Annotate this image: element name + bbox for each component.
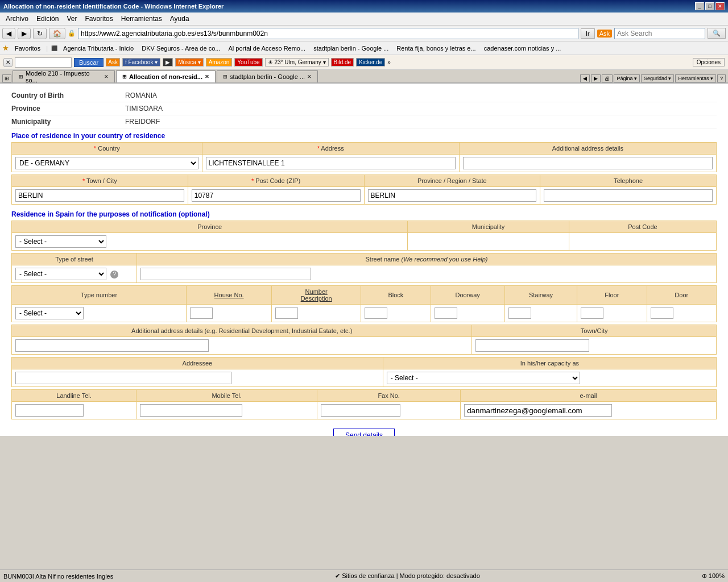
buscar-button[interactable]: Buscar [74, 58, 104, 67]
help-icon[interactable]: ? [110, 271, 118, 278]
facebook-btn[interactable]: f Facebook ▾ [122, 58, 160, 66]
fav-favoritos[interactable]: Favoritos [13, 44, 43, 52]
tab-close-3[interactable]: ✕ [307, 74, 312, 80]
street-name-input[interactable] [140, 268, 311, 280]
doorway-input[interactable] [435, 307, 457, 319]
search-field[interactable] [15, 57, 72, 68]
more-btn[interactable]: » [387, 59, 391, 65]
help-toolbar-button[interactable]: ? [717, 74, 726, 82]
fav-cadena[interactable]: cadenaser.com noticias y ... [482, 44, 564, 52]
play-btn[interactable]: ▶ [163, 58, 173, 66]
street-type-select[interactable]: - Select - [15, 268, 106, 280]
fax-input[interactable] [321, 404, 400, 417]
spain-municipality-cell [408, 233, 569, 251]
minimize-button[interactable]: _ [695, 2, 704, 10]
type-number-select[interactable]: - Select - [15, 307, 84, 319]
number-desc-header: NumberDescription [272, 286, 361, 305]
menu-ayuda[interactable]: Ayuda [167, 14, 193, 24]
bild-btn[interactable]: Bild.de [331, 58, 354, 66]
tab-icon-3: ⊞ [223, 74, 228, 80]
weather-btn[interactable]: ☀ 23° Ulm, Germany ▾ [265, 58, 329, 66]
amazon-btn[interactable]: Amazon [206, 58, 233, 66]
tools-button[interactable]: Herramientas ▾ [675, 74, 716, 82]
home-button[interactable]: 🏠 [49, 28, 65, 39]
kicker-btn[interactable]: Kicker.de [356, 58, 385, 66]
spain-province-select[interactable]: - Select - [15, 235, 106, 248]
landline-input[interactable] [15, 404, 84, 417]
door-input[interactable] [651, 307, 673, 319]
country-of-birth-label: Country of Birth [11, 92, 125, 99]
floor-input[interactable] [581, 307, 603, 319]
page-button[interactable]: Página ▾ [614, 74, 640, 82]
postcode-input[interactable] [192, 189, 361, 202]
additional-address-input[interactable] [463, 157, 713, 169]
number-desc-input[interactable] [275, 307, 298, 319]
search-go-button[interactable]: 🔍 [708, 28, 726, 39]
fax-cell [317, 402, 461, 419]
telephone-input[interactable] [544, 189, 713, 202]
additional-details-input[interactable] [15, 339, 209, 352]
window-controls[interactable]: _ □ ✕ [695, 2, 725, 10]
additional-address-cell [459, 155, 716, 172]
town-city-input[interactable] [475, 339, 589, 352]
spain-postcode-header: Post Code [569, 221, 716, 233]
mobile-input[interactable] [140, 404, 242, 417]
title-bar: Allocation of non-resident Identificatio… [0, 0, 728, 13]
street-name-header: Street name (We recommend you use Help) [137, 253, 717, 265]
province-region-input[interactable] [368, 189, 537, 202]
close-button[interactable]: ✕ [715, 2, 725, 10]
new-tab-button[interactable]: ⊞ [2, 74, 11, 82]
maximize-button[interactable]: □ [705, 2, 714, 10]
musica-btn[interactable]: Música ▾ [175, 58, 203, 66]
tab-scroll-left[interactable]: ◀ [580, 74, 590, 82]
tab-close-2[interactable]: ✕ [205, 74, 209, 80]
stairway-input[interactable] [508, 307, 531, 319]
spain-province-cell: - Select - [12, 233, 408, 251]
fav-stadtplan[interactable]: stadtplan berlin - Google ... [311, 44, 391, 52]
tab-close-1[interactable]: ✕ [104, 74, 109, 80]
ask-search-icon[interactable]: Ask [106, 58, 120, 66]
print-button[interactable]: 🖨 [602, 74, 613, 82]
menu-edicion[interactable]: Edición [33, 14, 62, 24]
addressee-input[interactable] [15, 372, 231, 384]
forward-button[interactable]: ▶ [18, 28, 31, 39]
email-input[interactable] [464, 404, 612, 417]
search-input[interactable] [614, 28, 705, 39]
window-title: Allocation of non-resident Identificatio… [3, 3, 224, 10]
menu-ver[interactable]: Ver [63, 14, 80, 24]
block-input[interactable] [365, 307, 387, 319]
type-number-header: Type number [12, 286, 187, 305]
additional-details-cell [12, 337, 472, 355]
url-input[interactable] [78, 28, 578, 39]
town-input[interactable] [15, 189, 184, 202]
send-details-button[interactable]: Send details [333, 429, 395, 436]
refresh-button[interactable]: ↻ [33, 28, 47, 39]
tab-allocation[interactable]: ⊞ Allocation of non-resid... ✕ [116, 70, 216, 82]
tab-modelo210[interactable]: ⊞ Modelo 210 - Impuesto so... ✕ [13, 70, 115, 82]
tab-scroll-right[interactable]: ▶ [591, 74, 601, 82]
country-of-birth-row: Country of Birth ROMANIA [11, 89, 717, 102]
house-no-input[interactable] [190, 307, 213, 319]
menu-favoritos[interactable]: Favoritos [81, 14, 116, 24]
close-tab-x[interactable]: ✕ [3, 58, 13, 67]
address-input[interactable] [206, 157, 456, 169]
go-button[interactable]: Ir [581, 28, 595, 39]
favorites-icon: ★ [2, 44, 9, 52]
spain-province-header: Province [12, 221, 408, 233]
postcode-cell [188, 187, 364, 205]
fav-renta[interactable]: Renta fija, bonos y letras e... [394, 44, 478, 52]
fav-agencia[interactable]: Agencia Tributaria - Inicio [61, 44, 136, 52]
menu-herramientas[interactable]: Herramientas [118, 14, 166, 24]
opciones-btn[interactable]: Opciones [693, 58, 725, 66]
capacity-select[interactable]: - Select - [387, 372, 580, 384]
back-button[interactable]: ◀ [2, 28, 15, 39]
menu-archivo[interactable]: Archivo [2, 14, 32, 24]
tab-stadtplan[interactable]: ⊞ stadtplan berlin - Google ... ✕ [217, 70, 318, 82]
nav-icon: ⬛ [51, 45, 57, 51]
country-header: * Country [12, 143, 202, 155]
fav-portal[interactable]: Al portal de Acceso Remo... [226, 44, 308, 52]
country-select[interactable]: DE - GERMANY [15, 157, 198, 169]
security-button[interactable]: Seguridad ▾ [641, 74, 675, 82]
youtube-btn[interactable]: YouTube [234, 58, 262, 66]
fav-dkv[interactable]: DKV Seguros - Area de co... [139, 44, 222, 52]
